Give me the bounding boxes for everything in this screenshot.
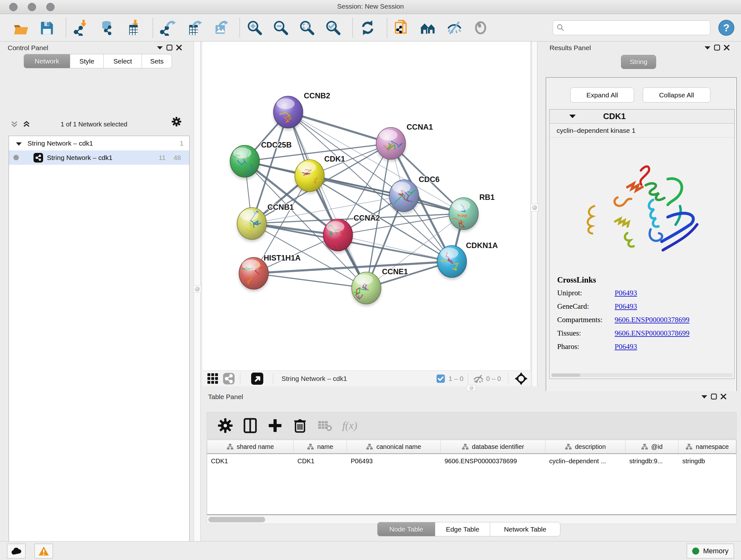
tab-select[interactable]: Select [104,54,142,68]
expand-all-rows-icon[interactable] [10,120,19,128]
zoom-fit-button[interactable] [298,18,316,37]
crosslink-link[interactable]: P06493 [615,302,637,311]
panel-close-icon[interactable] [174,44,184,52]
home-button[interactable] [419,18,437,37]
crosslink-label: GeneCard: [557,302,615,311]
crosslink-link[interactable]: P06493 [615,343,637,351]
table-cell[interactable]: stringdb [678,454,736,468]
table-panel-title: Table Panel [208,393,243,401]
refresh-button[interactable] [359,18,377,37]
table-panel: Table Panel f(x) shared namenamecanonica… [202,391,741,540]
hidden-nodes-edges-count: 0 – 0 [486,375,501,382]
tab-style[interactable]: Style [70,54,104,68]
panel-close-icon[interactable] [719,392,728,401]
zoom-selected-button[interactable] [324,18,342,37]
fit-content-crosshair-icon[interactable] [514,370,528,387]
network-edge[interactable] [310,176,464,213]
string-network-icon[interactable] [222,370,235,387]
search-input[interactable] [553,20,711,35]
memory-button[interactable]: Memory [687,544,734,558]
create-column-icon[interactable] [266,417,284,434]
import-network-database-button[interactable] [98,18,116,37]
tab-network-table[interactable]: Network Table [490,522,560,537]
tab-node-table[interactable]: Node Table [377,522,435,537]
gene-entry-header[interactable]: CDK1 [549,110,734,124]
open-session-button[interactable] [11,18,29,37]
node-table: shared namenamecanonical namedatabase id… [207,440,737,515]
left-splitter-handle[interactable] [193,285,201,293]
column-header-database-identifier[interactable]: database identifier [441,440,545,453]
network-node-cdc6[interactable]: CDC6 [389,175,440,214]
hide-selected-button[interactable] [446,18,463,37]
panel-close-icon[interactable] [722,44,731,52]
column-header-canonical-name[interactable]: canonical name [347,440,441,453]
zoom-out-button[interactable] [272,18,290,37]
table-cell[interactable]: P06493 [347,454,441,468]
delete-column-icon[interactable] [291,417,309,434]
column-header-id[interactable]: @id [625,440,678,453]
table-cell[interactable]: stringdb:9... [625,454,678,468]
help-button[interactable]: ? [718,19,735,36]
collapse-all-button[interactable]: Collapse All [643,87,711,103]
node-label: CCNB1 [267,203,294,211]
table-cell[interactable]: cyclin–dependent ... [545,454,625,468]
crosslink-link[interactable]: 9606.ENSP00000378699 [615,329,690,337]
network-from-document-button[interactable] [393,18,411,37]
export-network-button[interactable] [159,18,177,37]
table-cell[interactable]: 9606.ENSP00000378699 [441,454,545,468]
panel-menu-icon[interactable] [155,44,165,52]
grid-view-icon[interactable] [206,370,219,387]
network-collection-row[interactable]: String Network – cdk1 1 [9,136,189,150]
show-columns-icon[interactable] [242,417,259,434]
network-edge[interactable] [288,112,391,143]
panel-menu-icon[interactable] [699,392,709,401]
network-canvas[interactable]: CCNB2CCNA1CDC25BCDK1CDC6RB1CCNB1CCNA2CDK… [202,42,531,370]
tab-network[interactable]: Network [23,54,70,68]
tab-string[interactable]: String [621,55,656,69]
export-table-button[interactable] [185,18,203,37]
save-session-button[interactable] [38,18,56,37]
panel-float-icon[interactable] [709,392,719,401]
import-table-file-button[interactable] [125,18,142,37]
show-all-button[interactable] [472,18,489,37]
tab-sets[interactable]: Sets [142,54,172,68]
string-results-box: Expand All Collapse All CDK1 cyclin–depe… [546,77,737,416]
crosslink-link[interactable]: P06493 [615,289,637,297]
network-options-gear-icon[interactable] [172,118,181,126]
column-header-description[interactable]: description [545,440,625,453]
table-cell[interactable]: CDK1 [207,454,293,468]
table-hscroll-thumb[interactable] [208,517,265,522]
network-row[interactable]: String Network – cdk1 11 48 [9,150,189,165]
column-header-shared-name[interactable]: shared name [207,440,293,453]
gene-collapse-icon[interactable] [569,114,576,119]
column-header-namespace[interactable]: namespace [678,440,736,453]
table-cell[interactable]: CDK1 [293,454,347,468]
selected-checkbox-icon[interactable] [436,370,446,387]
expand-all-button[interactable]: Expand All [570,87,634,103]
table-splitter-handle[interactable] [467,385,476,391]
zoom-in-button[interactable] [246,18,264,37]
right-splitter-handle[interactable] [531,204,538,211]
crosslink-link[interactable]: 9606.ENSP00000378699 [615,316,690,324]
network-edge[interactable] [338,235,452,261]
crosslinks-hscroll-thumb[interactable] [551,374,580,377]
warning-button[interactable] [35,544,53,558]
node-table-header: shared namenamecanonical namedatabase id… [207,440,736,454]
table-row[interactable]: CDK1CDK1P064939606.ENSP00000378699cyclin… [207,454,736,468]
birdseye-view-icon[interactable] [251,370,264,387]
cloud-button[interactable] [7,544,25,558]
network-edge[interactable] [254,273,366,288]
panel-menu-icon[interactable] [703,44,712,52]
collapse-all-rows-icon[interactable] [22,120,31,128]
crosslinks-hscrollbar[interactable] [551,373,732,377]
table-options-gear-icon[interactable] [217,417,234,434]
column-header-name[interactable]: name [293,440,347,453]
network-node-rb1[interactable]: RB1 [449,193,495,232]
collection-expand-icon[interactable] [16,139,22,147]
right-splitter[interactable] [532,42,537,386]
panel-float-icon[interactable] [165,44,174,52]
import-network-file-button[interactable] [72,18,90,37]
tab-edge-table[interactable]: Edge Table [435,522,490,537]
panel-float-icon[interactable] [712,44,722,52]
export-image-button[interactable] [211,18,229,37]
